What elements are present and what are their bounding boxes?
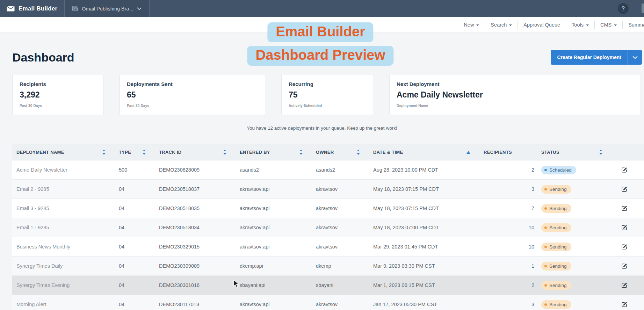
cell-status: Sending bbox=[537, 262, 612, 271]
status-label: Sending bbox=[549, 283, 567, 288]
edit-deployment-button[interactable] bbox=[621, 243, 628, 250]
column-label: DEPLOYMENT NAME bbox=[16, 150, 64, 155]
cell-deployment-name: Acme Daily Newsletter bbox=[12, 167, 115, 173]
edit-deployment-button[interactable] bbox=[621, 282, 628, 289]
nav-item-label: New bbox=[464, 22, 474, 28]
cell-recipients: 2 bbox=[479, 282, 537, 288]
sort-asc-icon[interactable] bbox=[466, 151, 475, 154]
create-button-label[interactable]: Create Regular Deployment bbox=[551, 50, 628, 65]
column-header-date-time[interactable]: DATE & TIME bbox=[369, 144, 479, 160]
column-label: DATE & TIME bbox=[373, 150, 403, 155]
sort-icon[interactable] bbox=[223, 150, 231, 155]
column-header-track-id[interactable]: TRACK ID bbox=[155, 144, 236, 160]
nav-item-new[interactable]: New bbox=[458, 21, 485, 29]
cell-type: 04 bbox=[115, 244, 155, 250]
cell-actions bbox=[612, 301, 644, 308]
status-label: Sending bbox=[549, 302, 567, 307]
table-row[interactable]: Synergy Times Evening04DEMO230301016sbay… bbox=[12, 276, 644, 295]
cell-owner: akravtsov bbox=[312, 225, 369, 230]
stat-label: Recipients bbox=[20, 81, 96, 87]
sort-icon[interactable] bbox=[102, 150, 110, 155]
status-label: Sending bbox=[549, 264, 567, 269]
page-title: Dashboard bbox=[12, 51, 74, 64]
stat-label: Recurring bbox=[289, 81, 366, 87]
stats-row: Recipients3,292Past 30 DaysDeployments S… bbox=[12, 75, 641, 115]
edit-deployment-button[interactable] bbox=[621, 205, 628, 212]
cell-type: 04 bbox=[115, 263, 155, 269]
status-badge: Sending bbox=[541, 243, 571, 251]
nav-item-approval-queue[interactable]: Approval Queue bbox=[518, 21, 566, 29]
cell-owner: dkemp bbox=[312, 263, 369, 269]
table-row[interactable]: Email 2 - 928504DEMO230518037akravtsov:a… bbox=[12, 180, 644, 199]
cell-type: 04 bbox=[115, 282, 155, 288]
status-label: Scheduled bbox=[549, 167, 572, 173]
status-dot-icon bbox=[544, 169, 547, 171]
cell-date-time: Mar 29, 2023 01:45 PM CDT bbox=[369, 244, 479, 250]
table-row[interactable]: Synergy Times Daily04DEMO230309009dkemp:… bbox=[12, 257, 644, 276]
queue-message: You have 12 active deployments in your q… bbox=[12, 125, 632, 131]
edit-deployment-button[interactable] bbox=[621, 262, 628, 269]
nav-item-search[interactable]: Search bbox=[485, 21, 518, 29]
sort-icon[interactable] bbox=[299, 150, 307, 155]
edit-deployment-button[interactable] bbox=[621, 224, 628, 231]
cell-entered-by: akravtsov:api bbox=[236, 225, 312, 230]
app-title: Email Builder bbox=[19, 5, 57, 12]
status-badge: Sending bbox=[541, 262, 571, 271]
status-dot-icon bbox=[544, 188, 547, 190]
edit-deployment-button[interactable] bbox=[621, 166, 628, 173]
cell-status: Sending bbox=[537, 223, 612, 232]
nav-list: NewSearchApproval QueueToolsCMSSummar bbox=[458, 21, 644, 29]
create-regular-deployment-button[interactable]: Create Regular Deployment bbox=[551, 50, 642, 65]
nav-item-summar[interactable]: Summar bbox=[622, 21, 644, 29]
column-header-owner[interactable]: OWNER bbox=[312, 144, 369, 160]
table-row[interactable]: Business News Monthly04DEMO230329015akra… bbox=[12, 237, 644, 257]
status-label: Sending bbox=[549, 187, 567, 192]
table-row[interactable]: Acme Daily Newsletter500DEMO230828009asa… bbox=[12, 160, 644, 180]
stat-sublabel: Past 30 Days bbox=[127, 104, 258, 108]
stat-card-next-deployment: Next DeploymentAcme Daily NewsletterDepl… bbox=[389, 75, 641, 115]
chevron-down-icon[interactable] bbox=[628, 50, 642, 65]
status-label: Sending bbox=[549, 244, 567, 250]
cell-owner: akravtsov bbox=[312, 186, 369, 192]
brand-selector[interactable]: Omail Publishing Bra... bbox=[65, 0, 149, 17]
nav-item-label: Search bbox=[491, 22, 507, 28]
stat-card-deployments-sent: Deployments Sent65Past 30 Days bbox=[120, 75, 265, 115]
sort-icon[interactable] bbox=[599, 150, 607, 155]
edit-deployment-button[interactable] bbox=[621, 301, 628, 308]
cell-type: 04 bbox=[115, 206, 155, 211]
cell-date-time: May 18, 2023 07:15 PM CDT bbox=[369, 186, 479, 192]
nav-item-tools[interactable]: Tools bbox=[566, 21, 594, 29]
status-badge: Sending bbox=[541, 204, 571, 213]
column-header-recipients[interactable]: RECIPIENTS bbox=[479, 144, 537, 160]
cell-deployment-name: Email 3 - 9285 bbox=[12, 206, 115, 211]
cell-status: Scheduled bbox=[537, 166, 612, 174]
column-label: STATUS bbox=[541, 150, 559, 155]
table-header: DEPLOYMENT NAMETYPETRACK IDENTERED BYOWN… bbox=[12, 144, 644, 160]
column-header-type[interactable]: TYPE bbox=[115, 144, 155, 160]
cell-owner: sbayani bbox=[312, 282, 369, 288]
cell-entered-by: akravtsov:api bbox=[236, 186, 312, 192]
table-row[interactable]: Email 3 - 928504DEMO230518035akravtsov:a… bbox=[12, 199, 644, 218]
status-badge: Sending bbox=[541, 185, 571, 194]
stat-value: 65 bbox=[127, 90, 258, 100]
column-label: OWNER bbox=[316, 150, 334, 155]
cell-owner: asands2 bbox=[312, 167, 369, 173]
column-header-entered-by[interactable]: ENTERED BY bbox=[236, 144, 312, 160]
chevron-down-icon bbox=[509, 24, 512, 26]
cell-track-id: DEMO230309009 bbox=[155, 263, 236, 269]
nav-item-cms[interactable]: CMS bbox=[594, 21, 622, 29]
table-row[interactable]: Email 1 - 928504DEMO230518034akravtsov:a… bbox=[12, 218, 644, 237]
stat-sublabel: Deployment Name bbox=[397, 104, 634, 108]
help-button[interactable]: ? bbox=[618, 3, 629, 14]
status-dot-icon bbox=[544, 246, 547, 248]
column-header-deployment-name[interactable]: DEPLOYMENT NAME bbox=[12, 144, 115, 160]
status-dot-icon bbox=[544, 226, 547, 229]
cell-entered-by: akravtsov:api bbox=[236, 302, 312, 307]
column-label: RECIPIENTS bbox=[484, 150, 512, 155]
sort-icon[interactable] bbox=[143, 150, 151, 155]
sort-icon[interactable] bbox=[357, 150, 365, 155]
column-header-status[interactable]: STATUS bbox=[537, 144, 612, 160]
stat-label: Deployments Sent bbox=[127, 81, 258, 87]
edit-deployment-button[interactable] bbox=[621, 186, 628, 193]
table-row[interactable]: Morning Alert04DEMO230117013akravtsov:ap… bbox=[12, 295, 644, 310]
